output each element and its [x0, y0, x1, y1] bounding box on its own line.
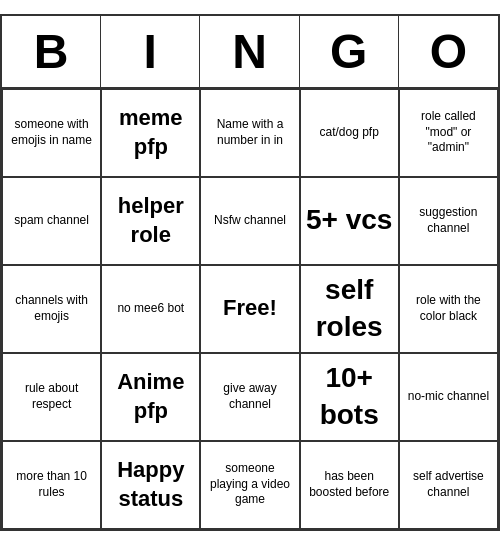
bingo-letter-g: G [300, 16, 399, 87]
bingo-cell-22: someone playing a video game [200, 441, 299, 529]
bingo-cell-3: cat/dog pfp [300, 89, 399, 177]
bingo-cell-8: 5+ vcs [300, 177, 399, 265]
bingo-cell-2: Name with a number in in [200, 89, 299, 177]
bingo-letter-b: B [2, 16, 101, 87]
bingo-letter-n: N [200, 16, 299, 87]
bingo-cell-13: self roles [300, 265, 399, 353]
bingo-cell-11: no mee6 bot [101, 265, 200, 353]
bingo-letter-i: I [101, 16, 200, 87]
bingo-cell-15: rule about respect [2, 353, 101, 441]
bingo-cell-14: role with the color black [399, 265, 498, 353]
bingo-cell-23: has been boosted before [300, 441, 399, 529]
bingo-cell-4: role called "mod" or "admin" [399, 89, 498, 177]
bingo-cell-17: give away channel [200, 353, 299, 441]
bingo-cell-24: self advertise channel [399, 441, 498, 529]
bingo-cell-5: spam channel [2, 177, 101, 265]
bingo-cell-10: channels with emojis [2, 265, 101, 353]
bingo-cell-16: Anime pfp [101, 353, 200, 441]
bingo-header: BINGO [2, 16, 498, 89]
bingo-grid: someone with emojis in namememe pfpName … [2, 89, 498, 529]
bingo-cell-21: Happy status [101, 441, 200, 529]
bingo-letter-o: O [399, 16, 498, 87]
bingo-cell-12: Free! [200, 265, 299, 353]
bingo-cell-18: 10+ bots [300, 353, 399, 441]
bingo-cell-7: Nsfw channel [200, 177, 299, 265]
bingo-cell-9: suggestion channel [399, 177, 498, 265]
bingo-cell-20: more than 10 rules [2, 441, 101, 529]
bingo-cell-0: someone with emojis in name [2, 89, 101, 177]
bingo-card: BINGO someone with emojis in namememe pf… [0, 14, 500, 531]
bingo-cell-6: helper role [101, 177, 200, 265]
bingo-cell-19: no-mic channel [399, 353, 498, 441]
bingo-cell-1: meme pfp [101, 89, 200, 177]
